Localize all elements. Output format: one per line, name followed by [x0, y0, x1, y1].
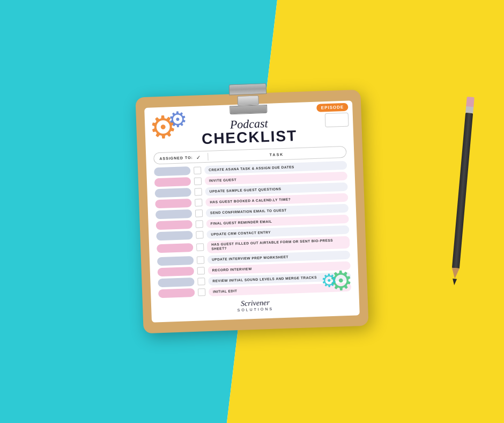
- col-assigned-label: ASSIGNED TO:: [159, 155, 193, 160]
- assigned-pill: [158, 288, 195, 298]
- task-checkbox[interactable]: [196, 220, 203, 228]
- checklist-header: Podcast CHECKLIST: [152, 110, 346, 149]
- gear-teal-icon: ⚙: [321, 271, 337, 289]
- task-text: INVITE GUEST: [209, 178, 236, 183]
- assigned-pill: [156, 220, 193, 230]
- task-checkbox[interactable]: [197, 278, 205, 285]
- clipboard-clip: [229, 83, 267, 104]
- task-text: REVIEW INITIAL SOUND LEVELS AND MERGE TR…: [212, 275, 317, 283]
- task-text: HAS GUEST FILLED OUT AIRTABLE FORM OR SE…: [211, 238, 345, 252]
- assigned-pill: [158, 278, 195, 287]
- task-text: UPDATE INTERVIEW PREP WORKSHEET: [212, 254, 288, 261]
- clipboard: ⚙ ⚙ ⚙ ⚙ EPISODE Podcast CHECKLIST ASSIGN…: [135, 90, 368, 333]
- assigned-pill: [155, 209, 192, 219]
- task-text: UPDATE SAMPLE GUEST QUESTIONS: [210, 187, 281, 194]
- assigned-pill: [155, 199, 192, 208]
- task-checkbox[interactable]: [198, 288, 205, 296]
- assigned-pill: [158, 267, 195, 276]
- task-text: HAS GUEST BOOKED A CALEND.LY TIME?: [210, 197, 291, 205]
- task-checkbox[interactable]: [194, 188, 202, 195]
- logo-area: Scrivener SOLUTIONS: [159, 296, 352, 315]
- col-divider: [208, 153, 209, 161]
- task-checkbox[interactable]: [196, 244, 204, 251]
- task-text: FINAL GUEST REMINDER EMAIL: [211, 220, 272, 226]
- task-checkbox[interactable]: [197, 267, 205, 274]
- task-text: INITIAL EDIT: [213, 289, 238, 294]
- task-text: SEND CONFIRMATION EMAIL TO GUEST: [210, 208, 287, 215]
- col-task-label: TASK: [213, 150, 341, 158]
- task-checkbox[interactable]: [195, 199, 202, 206]
- assigned-pill: [154, 166, 191, 176]
- task-text: UPDATE CRM CONTACT ENTRY: [211, 230, 271, 237]
- assigned-pill: [154, 188, 191, 198]
- task-checkbox[interactable]: [194, 177, 202, 185]
- task-checkbox[interactable]: [195, 209, 203, 217]
- task-checkbox[interactable]: [197, 256, 204, 264]
- task-text: RECORD INTERVIEW: [212, 267, 252, 273]
- assigned-pill: [157, 256, 194, 266]
- assigned-pill: [154, 177, 191, 187]
- task-checkbox[interactable]: [196, 231, 203, 238]
- col-checkmark: ✓: [196, 154, 201, 160]
- assigned-pill: [157, 243, 194, 253]
- assigned-pill: [156, 231, 193, 240]
- task-checkbox[interactable]: [194, 166, 201, 174]
- paper: ⚙ ⚙ ⚙ ⚙ EPISODE Podcast CHECKLIST ASSIGN…: [144, 100, 360, 322]
- task-text: CREATE ASANA TASK & ASSIGN DUE DATES: [209, 165, 294, 172]
